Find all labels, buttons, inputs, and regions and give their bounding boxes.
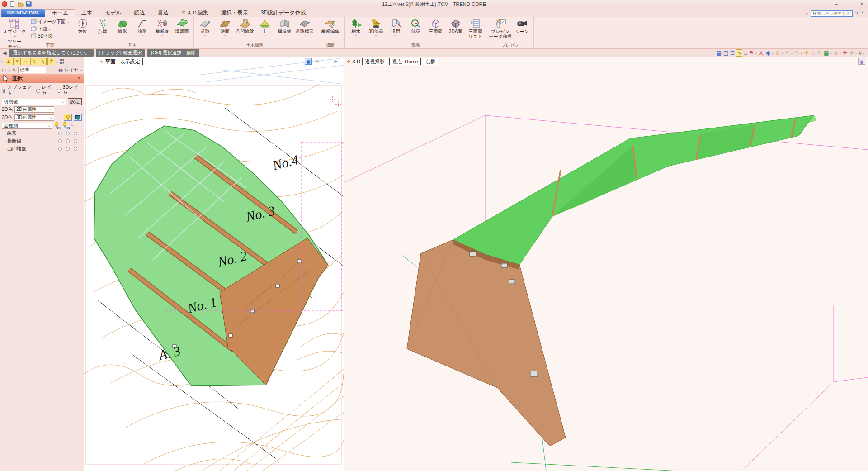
snap-grid[interactable]: # — [47, 58, 55, 65]
close-button[interactable]: ✕ — [855, 0, 868, 8]
rotate-icon[interactable]: ✚ — [849, 50, 854, 56]
snap-point[interactable]: ⊥ — [5, 58, 12, 65]
road-marking-button[interactable]: 道路標示⌄ — [295, 17, 315, 37]
tab-doboku[interactable]: 土木 — [75, 9, 99, 17]
monitor-toggle-button[interactable] — [74, 114, 82, 121]
history-icon[interactable]: ◷ — [2, 67, 6, 73]
projection-button[interactable]: 透視投影 — [362, 58, 387, 65]
panel-close-icon[interactable]: ✕ — [77, 76, 81, 81]
object-tree-button[interactable]: オブジェクト ツリー — [1, 17, 28, 44]
preset-select[interactable]: 初期値⌄ — [2, 99, 66, 105]
bulb-3d-button[interactable]: 3D — [62, 122, 69, 129]
walkthrough-icon[interactable]: 人 — [758, 50, 764, 56]
plan-view-canvas[interactable]: No.4 No. 3 No. 2 No. 1 A. 3 — [84, 57, 344, 471]
viewport-2d[interactable]: No.4 No. 3 No. 2 No. 1 A. 3 ∿平面 表示設定 ▣ ◎… — [84, 57, 344, 471]
color3d-select[interactable]: 3D色属性⌄ — [14, 114, 54, 121]
maximize-button[interactable]: □ — [843, 0, 855, 8]
terrain-button[interactable]: 地形⌄ — [113, 17, 132, 37]
undo-icon[interactable]: ↶ — [784, 50, 790, 56]
perspective-canvas[interactable] — [344, 57, 868, 471]
alignment-toggle-2[interactable] — [66, 132, 70, 135]
tab-import[interactable]: 読込 — [128, 9, 151, 17]
help-icon[interactable]: ? — [855, 11, 858, 16]
jump-icon[interactable]: ➤ — [332, 58, 339, 65]
radio-object[interactable] — [2, 89, 5, 93]
boundary-surface-button[interactable]: 境界面 — [172, 17, 192, 34]
presentation-data-button[interactable]: プレゼン データ作成 — [489, 17, 512, 39]
tab-export[interactable]: 書込 — [151, 9, 175, 17]
soil-button[interactable]: 土⌄ — [255, 17, 275, 37]
style-select[interactable]: 標準⌄ — [18, 67, 46, 73]
radio-3dlayer[interactable] — [57, 89, 61, 93]
camera-icon[interactable]: ◉ — [858, 58, 865, 65]
three-view-list-button[interactable]: 三面図 リスト — [466, 17, 486, 39]
view-list-icon[interactable]: ▤ — [716, 50, 722, 56]
snap-nearest[interactable]: ○ — [22, 58, 29, 65]
settings-button[interactable]: 設定 — [68, 98, 82, 105]
viewport-3d[interactable]: ❖3 D 透視投影 視点: Home 点群 ◉ — [344, 57, 868, 471]
light-icon[interactable]: ☀ — [803, 50, 809, 56]
road-button[interactable]: 道路⌄ — [195, 17, 215, 37]
select-cursor-icon[interactable]: ↖ — [736, 49, 742, 57]
uneven-ground-button[interactable]: 1-3凸凹地盤⌄ — [235, 17, 255, 37]
surface-3da-button[interactable]: 3DA面 — [446, 17, 466, 34]
ground-toggle-2[interactable] — [66, 147, 70, 151]
color2d-select[interactable]: 2D色属性⌄ — [14, 106, 54, 113]
tree-button[interactable]: 樹木⌄ — [346, 17, 366, 37]
frame-icon[interactable]: ▢ — [323, 58, 330, 65]
structure-button[interactable]: 構造物⌄ — [275, 17, 295, 37]
grid-icon[interactable]: # — [858, 50, 862, 56]
snap-midpoint[interactable]: ∿ — [30, 58, 38, 65]
green-surface-3d[interactable] — [453, 115, 814, 265]
pointcloud-button[interactable]: 点群 — [423, 58, 438, 65]
shade-icon[interactable]: ☼ — [810, 50, 816, 56]
refresh-icon[interactable]: ↻ — [817, 50, 822, 56]
display-order-icon[interactable]: ▣ — [305, 58, 312, 65]
parts-3d-button[interactable]: 3D部品⌄ — [366, 17, 386, 37]
crosssection-toggle-2[interactable] — [66, 139, 70, 143]
section-clip-icon[interactable]: ⚑ — [748, 50, 754, 56]
point-cloud-button[interactable]: 点群⌄ — [93, 17, 113, 37]
view3d-tab[interactable]: ❖3 D — [346, 58, 360, 65]
visibility-2d-icon[interactable]: ◎ — [314, 58, 321, 65]
tab-home[interactable]: ホーム — [45, 9, 75, 17]
speaker-icon[interactable]: ◀ — [3, 50, 6, 56]
radio-layer[interactable] — [36, 89, 40, 93]
viewpoint-button[interactable]: 視点: Home — [389, 58, 420, 65]
app-menu-button[interactable]: TREND-CORE — [1, 9, 45, 17]
tab-3d-design-data[interactable]: 3D設計データ作成 — [255, 9, 312, 17]
display-settings-button[interactable]: 表示設定 — [118, 58, 143, 65]
cross-section-line-button[interactable]: 横断線⌄ — [152, 17, 172, 37]
material-icon[interactable]: ◈ — [833, 50, 838, 56]
slope-button[interactable]: 法面⌄ — [215, 17, 235, 37]
parts-button[interactable]: 部品⌄ — [406, 17, 426, 37]
snap-line[interactable]: ╲ — [39, 58, 47, 65]
move-icon[interactable]: ✛ — [842, 50, 848, 56]
cross-section-edit-button[interactable]: 横断編集 — [318, 17, 343, 34]
ground-toggle-1[interactable] — [58, 147, 62, 151]
visibility-icon[interactable]: ◉ — [765, 50, 771, 56]
compass-button[interactable]: 方位 — [73, 17, 93, 34]
split-vertical-icon[interactable]: ◫ — [723, 50, 729, 56]
underlay-3d-button[interactable]: 3D下図⌄ — [31, 33, 70, 39]
terrain-model-3d[interactable] — [407, 115, 816, 446]
bulb-2d-button[interactable]: 2D — [54, 122, 61, 129]
measure-icon[interactable]: ⊙ — [775, 50, 780, 56]
plan-view-tab[interactable]: ∿平面 — [99, 58, 116, 65]
tab-model[interactable]: モデル — [99, 9, 128, 17]
search-input[interactable] — [811, 10, 853, 17]
picker-icon[interactable]: ✎ — [12, 67, 16, 73]
crosssection-toggle-1[interactable] — [58, 139, 62, 143]
alignment-toggle-1[interactable] — [58, 132, 62, 135]
minimize-button[interactable]: – — [830, 0, 843, 8]
image-underlay-button[interactable]: イメージ下図⌄ — [31, 19, 70, 25]
type-filter-select[interactable]: 全種別⌄ — [2, 123, 52, 129]
redo-icon[interactable]: ↷ — [794, 50, 799, 56]
tab-cad-edit[interactable]: ＣＡＤ編集 — [175, 9, 215, 17]
generic-button[interactable]: 汎用⌄ — [386, 17, 406, 37]
layers-icon[interactable]: ▦ — [823, 50, 829, 56]
alignment-button[interactable]: 線形⌄ — [132, 17, 152, 37]
bulb-toggle-button[interactable] — [64, 114, 72, 121]
ground-toggle-3[interactable] — [74, 147, 77, 151]
crosssection-toggle-3[interactable] — [74, 139, 77, 143]
